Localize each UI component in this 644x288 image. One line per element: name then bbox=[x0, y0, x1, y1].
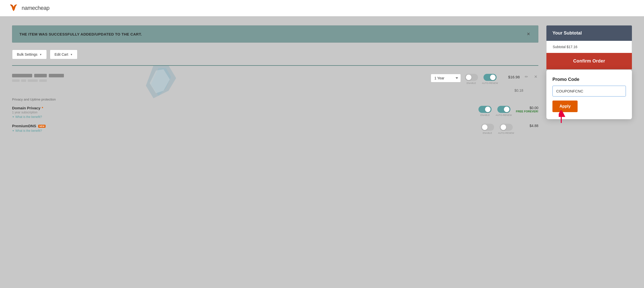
placeholder-block-1 bbox=[12, 74, 32, 77]
premium-dns-info: PremiumDNS NEW ▼ What is the benefit? bbox=[12, 124, 477, 133]
premium-dns-enable-thumb bbox=[482, 124, 488, 130]
premium-dns-enable-label: ENABLE bbox=[483, 132, 492, 134]
promo-code-input[interactable] bbox=[552, 86, 626, 97]
edit-cart-button[interactable]: Edit Cart ▼ bbox=[50, 50, 77, 59]
premium-dns-autorenew-toggle[interactable] bbox=[500, 124, 513, 131]
promo-title: Promo Code bbox=[552, 77, 626, 82]
domain-privacy-autorenew-toggle[interactable] bbox=[497, 106, 510, 113]
premium-dns-autorenew-wrap: AUTO-RENEW bbox=[498, 124, 514, 134]
chevron-down-icon-2: ▼ bbox=[12, 130, 14, 132]
chevron-down-icon: ▼ bbox=[12, 116, 14, 118]
arrow-indicator bbox=[559, 110, 571, 125]
remove-item-icon[interactable]: ✕ bbox=[533, 74, 538, 80]
cart-item-name-area bbox=[12, 74, 427, 82]
bulk-settings-chevron-icon: ▼ bbox=[39, 53, 42, 56]
banner-message: THE ITEM WAS SUCCESSFULLY ADDED/UPDATED … bbox=[19, 32, 142, 36]
edit-cart-chevron-icon: ▼ bbox=[70, 53, 73, 56]
auto-renew-toggle-wrap: AUTO-RENEW bbox=[482, 74, 498, 84]
main-content: THE ITEM WAS SUCCESSFULLY ADDED/UPDATED … bbox=[0, 16, 644, 146]
domain-privacy-enable-label: ENABLE bbox=[480, 114, 490, 116]
enable-toggle-label: ENABLE bbox=[467, 82, 476, 84]
domain-privacy-enable-toggle[interactable] bbox=[478, 106, 492, 113]
premium-dns-autorenew-label: AUTO-RENEW bbox=[498, 132, 514, 134]
domain-privacy-autorenew-thumb bbox=[504, 107, 509, 112]
domain-privacy-sub: 1 year subscription bbox=[12, 111, 474, 114]
domain-privacy-price-area: $0.00 FREE FOREVER! bbox=[516, 106, 538, 113]
domain-privacy-enable-wrap: ENABLE bbox=[478, 106, 492, 116]
left-column: THE ITEM WAS SUCCESSFULLY ADDED/UPDATED … bbox=[12, 25, 538, 137]
domain-privacy-amount: $0.00 bbox=[516, 106, 538, 110]
arrow-svg bbox=[559, 110, 571, 124]
premium-dns-row: PremiumDNS NEW ▼ What is the benefit? EN… bbox=[12, 121, 538, 137]
premium-dns-enable-wrap: ENABLE bbox=[481, 124, 494, 134]
edit-item-icon[interactable]: ✏ bbox=[524, 74, 529, 80]
domain-privacy-row: Domain Privacy * 1 year subscription ▼ W… bbox=[12, 103, 538, 121]
subtotal-value: $17.16 bbox=[567, 45, 577, 49]
namecheap-logo-icon bbox=[8, 4, 19, 13]
item-name-placeholder bbox=[12, 74, 427, 77]
placeholder-block-3 bbox=[49, 74, 64, 77]
privacy-section-label: Privacy and Uptime protection bbox=[12, 98, 538, 101]
premium-dns-new-badge: NEW bbox=[38, 125, 46, 128]
enable-toggle-thumb bbox=[466, 75, 471, 80]
header: namecheap bbox=[0, 0, 644, 16]
premium-dns-name: PremiumDNS NEW bbox=[12, 124, 477, 128]
confirm-order-button[interactable]: Confirm Order bbox=[546, 53, 632, 69]
placeholder-block-6 bbox=[28, 79, 38, 82]
placeholder-block-5 bbox=[21, 79, 26, 82]
premium-dns-amount: $4.88 bbox=[518, 124, 538, 128]
premium-dns-autorenew-thumb bbox=[501, 124, 506, 130]
domain-privacy-info: Domain Privacy * 1 year subscription ▼ W… bbox=[12, 106, 474, 119]
right-column: Your Subtotal Subtotal $17.16 Confirm Or… bbox=[546, 25, 632, 119]
domain-privacy-autorenew-label: AUTO-RENEW bbox=[496, 114, 512, 116]
domain-privacy-name: Domain Privacy * bbox=[12, 106, 474, 110]
premium-dns-price-area: $4.88 bbox=[518, 124, 538, 128]
premium-dns-enable-toggle[interactable] bbox=[481, 124, 494, 131]
auto-renew-toggle-thumb bbox=[490, 75, 496, 80]
promo-code-popup: Promo Code Apply bbox=[546, 70, 632, 119]
logo-text: namecheap bbox=[22, 5, 49, 11]
premium-dns-benefit-link[interactable]: ▼ What is the benefit? bbox=[12, 129, 477, 133]
enable-toggle[interactable] bbox=[465, 74, 478, 81]
placeholder-block-4 bbox=[12, 79, 20, 82]
placeholder-block-2 bbox=[34, 74, 47, 77]
domain-privacy-free-label: FREE FOREVER! bbox=[516, 110, 538, 113]
item-sub-price: $0.18 bbox=[514, 87, 523, 93]
subtotal-card: Your Subtotal bbox=[546, 25, 632, 41]
item-price: $16.98 bbox=[502, 74, 520, 79]
cart-item-row: 1 Year 2 Years 3 Years ENABLE AUTO-RENEW… bbox=[12, 71, 538, 87]
toolbar: Bulk Settings ▼ Edit Cart ▼ bbox=[12, 50, 538, 59]
auto-renew-toggle[interactable] bbox=[484, 74, 497, 81]
year-select[interactable]: 1 Year 2 Years 3 Years bbox=[431, 74, 461, 82]
domain-privacy-enable-thumb bbox=[485, 107, 491, 112]
close-banner-button[interactable]: × bbox=[526, 31, 531, 37]
domain-privacy-autorenew-wrap: AUTO-RENEW bbox=[496, 106, 512, 116]
cart-divider bbox=[12, 65, 538, 66]
domain-privacy-benefit-link[interactable]: ▼ What is the benefit? bbox=[12, 115, 474, 119]
domain-privacy-asterisk: * bbox=[42, 106, 43, 110]
subtotal-row: Subtotal $17.16 bbox=[546, 41, 632, 53]
bulk-settings-button[interactable]: Bulk Settings ▼ bbox=[12, 50, 47, 59]
success-banner: THE ITEM WAS SUCCESSFULLY ADDED/UPDATED … bbox=[12, 25, 538, 43]
auto-renew-toggle-label: AUTO-RENEW bbox=[482, 82, 498, 84]
subtotal-title: Your Subtotal bbox=[552, 30, 582, 36]
enable-toggle-wrap: ENABLE bbox=[465, 74, 478, 84]
placeholder-block-7 bbox=[39, 79, 47, 82]
subtotal-label: Subtotal bbox=[553, 45, 566, 49]
